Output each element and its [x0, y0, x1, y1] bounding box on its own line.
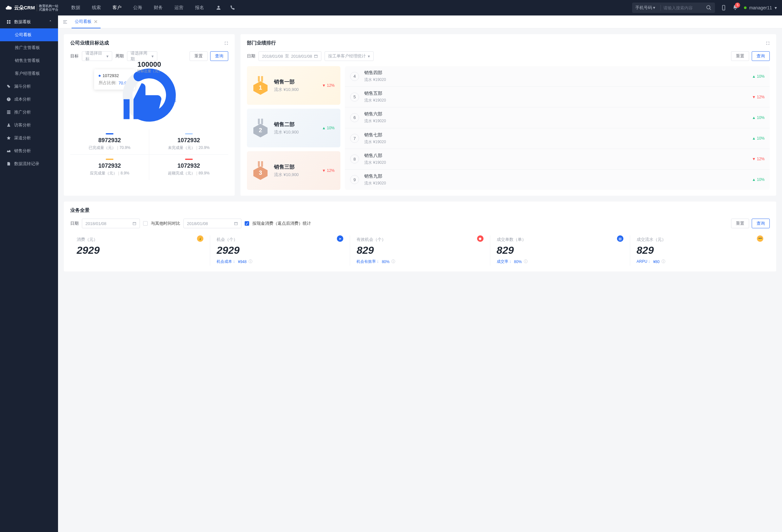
svg-point-1 — [723, 9, 724, 10]
close-icon[interactable] — [94, 20, 97, 23]
panorama-metric: 💰消费（元）2929 — [70, 235, 210, 266]
panorama-metric: ▤成交单数（单）829成交率：80% ⓘ — [490, 235, 630, 266]
rank-query-button[interactable]: 查询 — [752, 51, 770, 61]
cash-checkbox[interactable]: ✓ — [245, 221, 249, 226]
rank-date-label: 日期 — [247, 53, 255, 59]
calendar-icon — [314, 54, 318, 58]
sidebar-item-icon — [6, 162, 11, 166]
sidebar-group-dashboards[interactable]: 数据看板 ˄ — [0, 15, 58, 28]
goal-query-button[interactable]: 查询 — [210, 51, 228, 61]
pano-date-label: 日期 — [70, 220, 79, 226]
sidebar-item[interactable]: 数据流转记录 — [0, 157, 58, 170]
sidebar-item[interactable]: 访客分析 — [0, 119, 58, 132]
rank-reset-button[interactable]: 重置 — [731, 51, 749, 61]
goal-card-title: 公司业绩目标达成 — [70, 40, 109, 46]
compare-checkbox[interactable] — [143, 221, 148, 226]
sidebar-item[interactable]: 公司看板 — [0, 28, 58, 41]
sidebar-item[interactable]: 渠道分析 — [0, 132, 58, 144]
top-nav: 数据线索客户公海财务运营报名 — [71, 5, 204, 11]
medal-icon: 3 — [251, 161, 270, 181]
content-area: 公司看板 公司业绩目标达成 目标 请选择目标 ▾ — [58, 15, 782, 532]
rank-delta: ▼ 12% — [322, 83, 334, 88]
calendar-icon — [234, 221, 238, 225]
rank-row: 4销售四部流水 ¥19020▲ 10% — [345, 66, 770, 87]
rank-date-range[interactable]: 2018/01/08 至 2018/01/08 — [258, 51, 321, 61]
goal-filter-label: 目标 — [70, 53, 79, 59]
sidebar-item[interactable]: 客户经理看板 — [0, 67, 58, 80]
pano-query-button[interactable]: 查询 — [752, 219, 770, 228]
svg-text:3: 3 — [259, 170, 262, 176]
rank-row: 7销售七部流水 ¥19020▲ 10% — [345, 128, 770, 149]
goal-reset-button[interactable]: 重置 — [189, 51, 208, 61]
period-select[interactable]: 请选择周期 ▾ — [127, 51, 157, 61]
rank-row: 8销售八部流水 ¥19020▼ 12% — [345, 149, 770, 170]
user-menu[interactable]: manager11 ▾ — [744, 5, 777, 10]
nav-item[interactable]: 客户 — [112, 5, 121, 11]
search-icon[interactable] — [706, 5, 712, 11]
panorama-metric: ➤机会（个）2929机会成本：¥948 ⓘ — [210, 235, 350, 266]
phone-icon[interactable] — [230, 5, 236, 11]
thumb-up-icon — [119, 76, 167, 130]
chevron-down-icon: ▾ — [368, 54, 370, 59]
nav-item[interactable]: 财务 — [154, 5, 163, 11]
tab-company-dashboard[interactable]: 公司看板 — [72, 15, 101, 28]
rank-delta: ▲ 10% — [752, 115, 765, 120]
search-input[interactable] — [661, 5, 706, 10]
collapse-sidebar-icon[interactable] — [63, 19, 68, 25]
sidebar-item[interactable]: 漏斗分析 — [0, 80, 58, 93]
expand-icon[interactable] — [766, 41, 770, 45]
rank-number: 5 — [350, 93, 359, 102]
goal-metric: 8972932已完成量（元）|70.9% — [70, 129, 149, 155]
expand-icon[interactable] — [224, 41, 228, 45]
nav-item[interactable]: 数据 — [71, 5, 80, 11]
chevron-up-icon: ˄ — [49, 20, 51, 25]
card-icon: 💳 — [757, 235, 763, 242]
rank-stat-select[interactable]: 按工单客户经理统计 ▾ — [325, 51, 374, 61]
notification-button[interactable]: 5 — [732, 4, 738, 11]
sidebar-item[interactable]: 销售分析 — [0, 144, 58, 157]
goal-select[interactable]: 请选择目标 ▾ — [82, 51, 112, 61]
chevron-down-icon: ▾ — [106, 54, 109, 59]
svg-rect-2 — [7, 20, 8, 22]
nav-item[interactable]: 报名 — [195, 5, 204, 11]
search-box: 手机号码 ▾ — [632, 3, 715, 13]
sidebar-item[interactable]: 成本分析 — [0, 93, 58, 106]
device-icon[interactable] — [721, 5, 726, 11]
rank-number: 4 — [350, 72, 359, 81]
pano-date-to[interactable]: 2018/01/08 — [183, 219, 242, 228]
logo-text: 云朵CRM — [14, 5, 35, 11]
dashboard-icon — [6, 20, 11, 24]
rank-delta: ▲ 10% — [752, 74, 765, 79]
nav-item[interactable]: 线索 — [92, 5, 101, 11]
svg-rect-5 — [9, 22, 10, 24]
pano-date-from[interactable]: 2018/01/08 — [82, 219, 140, 228]
shield-icon: ⬢ — [477, 235, 484, 242]
notification-badge: 5 — [735, 3, 740, 8]
rank-number: 6 — [350, 113, 359, 122]
chevron-down-icon: ▾ — [775, 5, 777, 10]
svg-rect-4 — [7, 22, 8, 24]
svg-rect-3 — [9, 20, 10, 22]
svg-text:1: 1 — [259, 84, 262, 91]
rank-card-title: 部门业绩排行 — [247, 40, 276, 46]
search-type-select[interactable]: 手机号码 ▾ — [635, 5, 661, 11]
sidebar-item[interactable]: 销售主管看板 — [0, 54, 58, 67]
rank-delta: ▲ 10% — [752, 177, 765, 182]
user-icon[interactable] — [216, 5, 221, 11]
sidebar-item[interactable]: 推广主管看板 — [0, 41, 58, 54]
svg-text:2: 2 — [259, 127, 262, 134]
rank-row: 5销售五部流水 ¥19020▼ 12% — [345, 87, 770, 107]
rank-delta: ▲ 10% — [752, 136, 765, 141]
panorama-metric: ⬢有效机会（个）829机会有效率：80% ⓘ — [350, 235, 490, 266]
rank-number: 8 — [350, 154, 359, 164]
logo[interactable]: 云朵CRM 教育机构一站 式服务云平台 — [5, 4, 58, 11]
rank-row: 6销售六部流水 ¥19020▲ 10% — [345, 107, 770, 128]
pano-reset-button[interactable]: 重置 — [731, 219, 749, 228]
topbar: 云朵CRM 教育机构一站 式服务云平台 数据线索客户公海财务运营报名 手机号码 … — [0, 0, 782, 15]
sidebar-item-icon — [6, 123, 11, 127]
logo-subtext: 教育机构一站 式服务云平台 — [37, 4, 58, 11]
medal-icon: 1 — [251, 75, 270, 96]
sidebar-item[interactable]: 推广分析 — [0, 106, 58, 119]
nav-item[interactable]: 运营 — [174, 5, 183, 11]
nav-item[interactable]: 公海 — [133, 5, 142, 11]
